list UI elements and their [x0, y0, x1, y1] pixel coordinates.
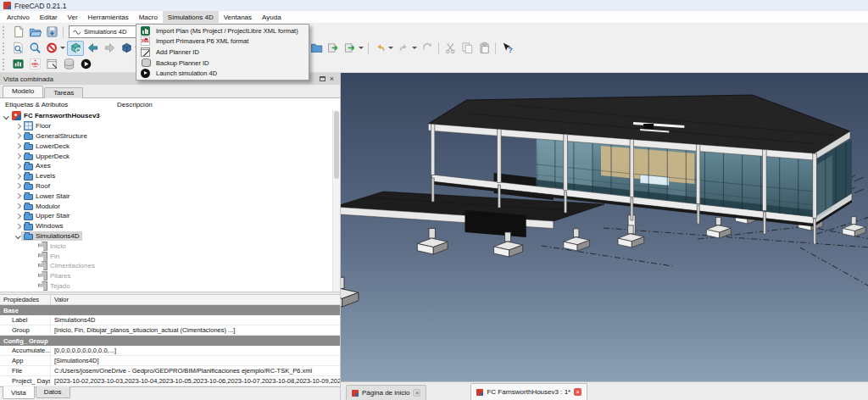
- document-tab[interactable]: Página de inicio ×: [346, 385, 426, 400]
- tree-item[interactable]: Floor: [0, 121, 340, 131]
- expand-chevron-icon[interactable]: [14, 163, 21, 169]
- expand-chevron-icon[interactable]: [14, 132, 21, 139]
- dropdown-arrow[interactable]: [412, 47, 417, 49]
- tree-item[interactable]: Lower Stair: [0, 191, 340, 201]
- property-row[interactable]: Label Simulations4D: [0, 315, 340, 325]
- expand-chevron-icon[interactable]: [29, 253, 36, 259]
- open-file-button[interactable]: [26, 25, 43, 40]
- menu-item[interactable]: Herramientas: [83, 11, 134, 23]
- tree-item[interactable]: Modulor: [0, 201, 340, 211]
- save-button[interactable]: [43, 25, 60, 40]
- menu-item[interactable]: Ver: [63, 11, 83, 23]
- nav-back-button[interactable]: [84, 41, 101, 56]
- tree-item[interactable]: FC FarnsworthHousev3: [0, 111, 340, 121]
- property-value[interactable]: [2023-10-02,2023-10-03,2023-10-04,2023-1…: [51, 377, 340, 385]
- undo-button[interactable]: [371, 41, 388, 56]
- menu-item[interactable]: Ayuda: [257, 11, 287, 23]
- expand-chevron-icon[interactable]: [29, 263, 36, 269]
- expand-chevron-icon[interactable]: [14, 213, 21, 219]
- expand-chevron-icon[interactable]: [14, 203, 21, 209]
- clipping-button[interactable]: [43, 41, 60, 56]
- tree-item[interactable]: Windows: [0, 221, 340, 231]
- property-view-tab[interactable]: Datos: [36, 386, 70, 398]
- expand-chevron-icon[interactable]: [3, 113, 9, 119]
- property-view-tab[interactable]: Vista: [3, 386, 35, 399]
- nav-forward-button[interactable]: [101, 41, 118, 56]
- menu-item[interactable]: Editar: [35, 11, 63, 23]
- property-value[interactable]: [Inicio, Fin, Dibujar_planos_situacion_a…: [51, 326, 340, 334]
- add-planner-id-button[interactable]: [43, 57, 60, 72]
- dropdown-arrow[interactable]: [359, 47, 364, 49]
- menu-option[interactable]: Backup Planner ID: [136, 58, 309, 69]
- tree-item[interactable]: Inicio: [0, 241, 340, 251]
- expand-chevron-icon[interactable]: [14, 232, 21, 239]
- undock-button[interactable]: [318, 75, 327, 84]
- menu-option[interactable]: Import Primavera P6 XML format: [136, 36, 309, 47]
- tree-item[interactable]: GeneralStructure: [0, 131, 340, 142]
- toolbar-grip[interactable]: [3, 42, 7, 54]
- paste-button[interactable]: [476, 41, 492, 56]
- menu-item[interactable]: Simulations 4D: [163, 11, 219, 23]
- property-row[interactable]: Project_ Days [2023-10-02,2023-10-03,202…: [0, 376, 340, 386]
- expand-chevron-icon[interactable]: [14, 142, 21, 149]
- new-file-button[interactable]: [9, 25, 26, 40]
- expand-chevron-icon[interactable]: [29, 282, 36, 289]
- menu-option[interactable]: Import Plan (Ms Project / ProjectLibre X…: [136, 25, 309, 36]
- refresh-button[interactable]: [419, 41, 436, 56]
- whats-this-button[interactable]: ?: [498, 41, 515, 56]
- expand-chevron-icon[interactable]: [14, 192, 21, 199]
- tree-item[interactable]: Upper Stair: [0, 211, 340, 221]
- dropdown-arrow[interactable]: [60, 47, 65, 49]
- combo-view-tab[interactable]: Modelo: [3, 86, 43, 98]
- property-row[interactable]: App [Simulations4D]: [0, 356, 340, 366]
- import-primavera-xml-button[interactable]: XML: [26, 57, 43, 72]
- expand-chevron-icon[interactable]: [14, 173, 21, 180]
- close-panel-button[interactable]: ×: [327, 75, 337, 84]
- expand-chevron-icon[interactable]: [14, 153, 21, 159]
- property-row[interactable]: Group [Inicio, Fin, Dibujar_planos_situa…: [0, 325, 340, 336]
- property-row[interactable]: Accumulate... [0,0,0,0,0,0,0,0,0,0,...]: [0, 346, 340, 356]
- tree-item[interactable]: Axes: [0, 161, 340, 171]
- tree-item[interactable]: UpperDeck: [0, 151, 340, 161]
- menu-item[interactable]: Archivo: [2, 11, 35, 23]
- tree-item[interactable]: Simulations4D: [0, 231, 340, 242]
- export-button[interactable]: [325, 41, 342, 56]
- property-row[interactable]: Base: [0, 305, 340, 315]
- document-tab[interactable]: FC FarnsworthHousev3 : 1* ×: [470, 383, 587, 400]
- tree-item[interactable]: Tejado: [0, 281, 340, 292]
- copy-button[interactable]: [459, 41, 476, 56]
- tree-item[interactable]: Roof: [0, 181, 340, 192]
- launch-simulation-button[interactable]: [77, 57, 94, 72]
- tree-scrollbar[interactable]: [332, 110, 340, 292]
- menu-option[interactable]: Launch simulation 4D: [136, 68, 309, 79]
- tree-item[interactable]: Pilares: [0, 271, 340, 281]
- dropdown-arrow[interactable]: [388, 47, 393, 49]
- 3d-viewport[interactable]: [341, 73, 868, 381]
- redo-button[interactable]: [395, 41, 412, 56]
- close-tab-icon[interactable]: ×: [574, 388, 581, 396]
- scrollbar-thumb[interactable]: [334, 111, 339, 179]
- menu-option[interactable]: Add Planner ID: [136, 47, 309, 58]
- import-ms-project-button[interactable]: [9, 57, 26, 72]
- menu-item[interactable]: Macro: [134, 11, 163, 23]
- menu-item[interactable]: Ventanas: [219, 11, 257, 23]
- expand-chevron-icon[interactable]: [14, 182, 21, 189]
- expand-chevron-icon[interactable]: [29, 273, 36, 280]
- property-value[interactable]: [0,0,0,0,0,0,0,0,0,0,...]: [51, 347, 340, 354]
- axonometric-view-button[interactable]: [118, 41, 135, 56]
- link-select-button[interactable]: [9, 41, 26, 56]
- tree-item[interactable]: Cimentaciones: [0, 261, 340, 271]
- property-value[interactable]: [Simulations4D]: [51, 357, 340, 364]
- property-value[interactable]: C:/Users/josem/OneDrive - Gedpro/GEDPRO/…: [51, 367, 340, 375]
- expand-chevron-icon[interactable]: [29, 242, 36, 249]
- expand-chevron-icon[interactable]: [14, 123, 21, 130]
- tree-item[interactable]: Levels: [0, 171, 340, 181]
- export-alt-button[interactable]: [342, 41, 359, 56]
- property-value[interactable]: Simulations4D: [51, 316, 340, 324]
- zoom-button[interactable]: [26, 41, 43, 56]
- combo-view-tab[interactable]: Tareas: [44, 87, 83, 99]
- property-row[interactable]: Config_ Group: [0, 336, 340, 346]
- toolbar-grip[interactable]: [3, 58, 7, 70]
- expand-chevron-icon[interactable]: [14, 223, 21, 230]
- tree-item[interactable]: LowerDeck: [0, 141, 340, 151]
